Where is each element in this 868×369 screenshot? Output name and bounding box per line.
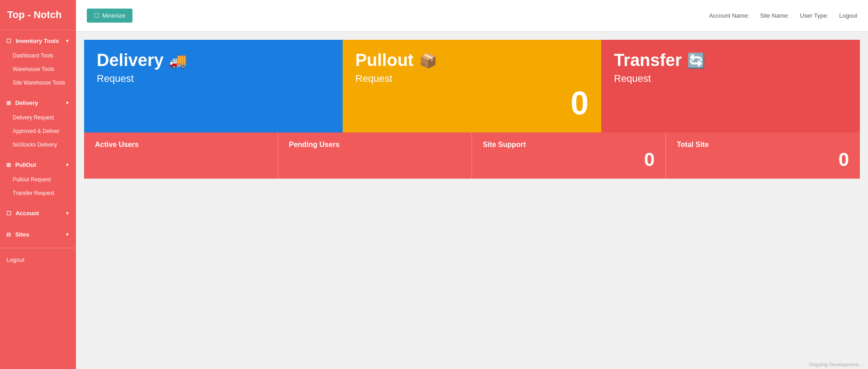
sites-label: Sites: [15, 231, 29, 238]
transfer-tile-title: Transfer: [614, 51, 682, 70]
pullout-tile-icon: 📦: [419, 52, 437, 69]
site-support-count: 0: [483, 149, 655, 170]
sidebar-item-warehouse-tools[interactable]: Warehouse Tools: [0, 62, 76, 76]
sidebar-section-sites: ⊟ Sites ▼: [0, 224, 76, 245]
sidebar-section-account: ☐ Account ▼: [0, 203, 76, 224]
sidebar-item-account[interactable]: ☐ Account ▼: [0, 205, 76, 221]
inventory-icon: ☐: [6, 38, 11, 44]
sidebar-item-site-warehouse-tools[interactable]: Site Warehouse Tools: [0, 76, 76, 90]
topbar: ☐ Minimize Account Name: Site Name: User…: [76, 0, 868, 32]
delivery-tile-icon: 🚚: [169, 52, 187, 69]
minimize-icon: ☐: [94, 12, 99, 19]
transfer-tile-subtitle: Request: [614, 73, 847, 85]
sidebar-item-inventory-tools[interactable]: ☐ Inventory Tools ▼: [0, 33, 76, 49]
pullout-tile-title: Pullout: [355, 51, 414, 70]
transfer-tile[interactable]: Transfer 🔄 Request: [601, 40, 860, 132]
sidebar-item-dashboard-tools[interactable]: Dashboard Tools: [0, 49, 76, 62]
total-site-label: Total Site: [677, 141, 849, 149]
inventory-chevron-icon: ▼: [65, 38, 70, 43]
pullout-tile-title-row: Pullout 📦: [355, 51, 589, 70]
sidebar-item-nostocks-delivery[interactable]: NoStocks Delivery: [0, 138, 76, 151]
sidebar-logout[interactable]: Logout: [0, 251, 76, 269]
delivery-tile-title-row: Delivery 🚚: [97, 51, 330, 70]
delivery-chevron-icon: ▼: [65, 100, 70, 105]
transfer-tile-title-row: Transfer 🔄: [614, 51, 847, 70]
main-content: ☐ Minimize Account Name: Site Name: User…: [76, 0, 868, 369]
bottom-tiles: Active Users Pending Users Site Support …: [84, 132, 860, 179]
total-site-tile[interactable]: Total Site 0: [666, 132, 860, 179]
account-label: Account: [15, 210, 39, 217]
sidebar-item-delivery[interactable]: ⊞ Delivery ▼: [0, 95, 76, 111]
pullout-tile[interactable]: Pullout 📦 Request 0: [343, 40, 601, 132]
site-support-label: Site Support: [483, 141, 655, 149]
site-support-tile[interactable]: Site Support 0: [472, 132, 666, 179]
total-site-count: 0: [677, 149, 849, 170]
sidebar-section-pullout: ⊞ PullOut ▼ Pullout Request Transfer Req…: [0, 154, 76, 203]
pullout-chevron-icon: ▼: [65, 162, 70, 167]
active-users-label: Active Users: [95, 141, 267, 149]
inventory-tools-label: Inventory Tools: [16, 38, 59, 44]
pullout-tile-subtitle: Request: [355, 73, 589, 85]
sidebar-item-pullout-request[interactable]: Pullout Request: [0, 173, 76, 186]
pending-users-label: Pending Users: [289, 141, 461, 149]
minimize-button[interactable]: ☐ Minimize: [87, 9, 132, 23]
active-users-tile[interactable]: Active Users: [84, 132, 278, 179]
delivery-tile[interactable]: Delivery 🚚 Request: [84, 40, 343, 132]
delivery-tile-subtitle: Request: [97, 73, 330, 85]
sidebar: Top - Notch ☐ Inventory Tools ▼ Dashboar…: [0, 0, 76, 369]
dashboard-content: Delivery 🚚 Request Pullout 📦 Request 0 T…: [76, 32, 868, 369]
delivery-tile-title: Delivery: [97, 51, 164, 70]
sites-icon: ⊟: [6, 232, 11, 238]
transfer-tile-icon: 🔄: [687, 52, 705, 69]
pullout-label: PullOut: [15, 161, 36, 168]
pending-users-tile[interactable]: Pending Users: [278, 132, 472, 179]
topbar-right: Account Name: Site Name: User Type: Logo…: [709, 12, 857, 19]
sidebar-divider: [0, 248, 76, 248]
footer-hint: Ongoing Development...: [809, 362, 863, 367]
app-logo: Top - Notch: [0, 0, 76, 30]
sidebar-section-inventory: ☐ Inventory Tools ▼ Dashboard Tools Ware…: [0, 30, 76, 92]
sidebar-item-approved-deliver[interactable]: Approved & Deliver: [0, 124, 76, 138]
account-name-label: Account Name:: [709, 12, 749, 19]
account-icon: ☐: [6, 210, 11, 217]
delivery-label: Delivery: [15, 99, 38, 106]
pullout-grid-icon: ⊞: [6, 162, 11, 168]
logout-label[interactable]: Logout: [839, 12, 857, 19]
account-chevron-icon: ▼: [65, 211, 70, 216]
sidebar-item-sites[interactable]: ⊟ Sites ▼: [0, 227, 76, 242]
sidebar-item-pullout[interactable]: ⊞ PullOut ▼: [0, 157, 76, 173]
sidebar-item-transfer-request[interactable]: Transfer Request: [0, 186, 76, 200]
delivery-grid-icon: ⊞: [6, 100, 11, 106]
minimize-label: Minimize: [102, 12, 125, 19]
top-tiles: Delivery 🚚 Request Pullout 📦 Request 0 T…: [84, 40, 860, 132]
sidebar-section-delivery: ⊞ Delivery ▼ Delivery Request Approved &…: [0, 92, 76, 154]
sites-chevron-icon: ▼: [65, 232, 70, 237]
pullout-tile-count: 0: [355, 85, 589, 122]
user-type-label: User Type:: [800, 12, 829, 19]
sidebar-item-delivery-request[interactable]: Delivery Request: [0, 111, 76, 124]
site-name-label: Site Name:: [760, 12, 789, 19]
